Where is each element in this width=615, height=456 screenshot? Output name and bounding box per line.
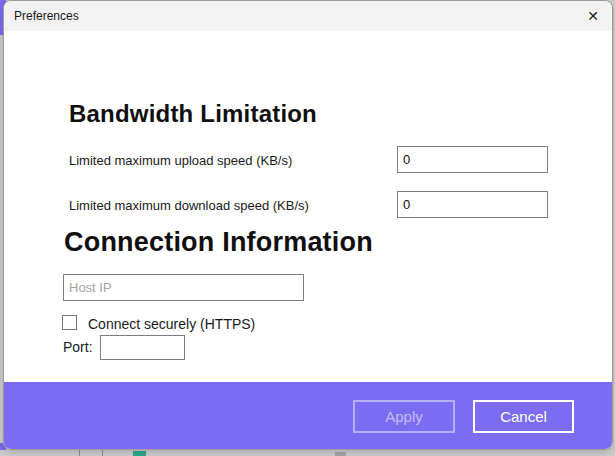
background-table-divider	[102, 450, 103, 456]
port-input[interactable]	[100, 335, 185, 360]
host-ip-input[interactable]	[63, 274, 304, 301]
apply-button[interactable]: Apply	[353, 400, 455, 433]
footer-bar: Apply Cancel	[4, 382, 612, 449]
port-label: Port:	[63, 339, 93, 355]
connection-section-heading: Connection Information	[64, 227, 373, 258]
background-app-strip	[0, 450, 615, 456]
background-gray-fragment	[335, 452, 346, 456]
background-teal-fragment	[133, 451, 146, 456]
upload-speed-label: Limited maximum upload speed (KB/s)	[69, 153, 292, 168]
preferences-dialog: Preferences ✕ Bandwidth Limitation Limit…	[3, 0, 613, 450]
download-speed-label: Limited maximum download speed (KB/s)	[69, 198, 309, 213]
bandwidth-section-heading: Bandwidth Limitation	[69, 100, 317, 128]
dialog-body: Bandwidth Limitation Limited maximum upl…	[4, 31, 612, 382]
close-icon[interactable]: ✕	[574, 1, 612, 31]
upload-speed-input[interactable]	[397, 146, 548, 173]
background-table-divider	[79, 450, 80, 456]
download-speed-input[interactable]	[397, 191, 548, 218]
cancel-button[interactable]: Cancel	[473, 400, 574, 433]
window-title: Preferences	[4, 9, 574, 23]
https-checkbox-label: Connect securely (HTTPS)	[88, 316, 255, 332]
https-checkbox[interactable]	[62, 315, 77, 330]
titlebar: Preferences ✕	[4, 1, 612, 31]
